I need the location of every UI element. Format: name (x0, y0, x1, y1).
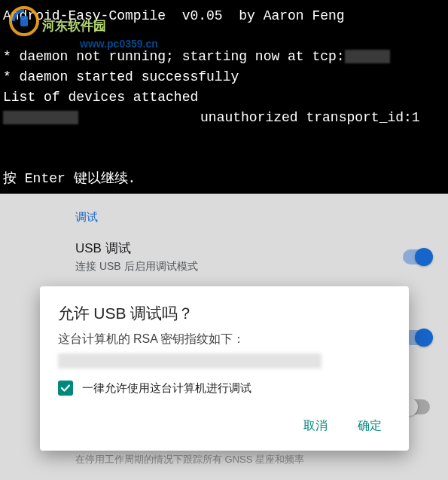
check-icon (60, 383, 71, 393)
always-allow-label: 一律允许使用这台计算机进行调试 (82, 381, 251, 396)
terminal-line: List of devices attached (3, 90, 198, 105)
watermark-text: 河东软件园 (42, 17, 106, 36)
svg-rect-1 (20, 16, 28, 26)
dialog-overlay: 允许 USB 调试吗？ 这台计算机的 RSA 密钥指纹如下： 一律允许使用这台计… (0, 194, 448, 480)
watermark-logo (9, 6, 39, 36)
terminal-line: unauthorized transport_id:1 (78, 110, 420, 125)
terminal-line: * daemon started successfully (3, 69, 239, 84)
dialog-actions: 取消 确定 (58, 409, 391, 442)
watermark-url: www.pc0359.cn (80, 36, 158, 52)
terminal-window: 河东软件园 www.pc0359.cn Android-Easy-Compile… (0, 0, 448, 194)
redacted-port (345, 50, 390, 63)
android-settings: 调试 USB 调试 连接 USB 后启用调试模式 撤消 USB 调试授权 在停用… (0, 194, 448, 480)
terminal-prompt: 按 Enter 键以继续. (3, 171, 136, 186)
cancel-button[interactable]: 取消 (300, 414, 331, 439)
rsa-fingerprint-redacted (58, 353, 322, 368)
terminal-line: * daemon not running; starting now at tc… (3, 49, 345, 64)
dialog-body: 这台计算机的 RSA 密钥指纹如下： (58, 332, 391, 347)
always-allow-row[interactable]: 一律允许使用这台计算机进行调试 (58, 381, 391, 396)
redacted-device (3, 111, 78, 124)
dialog-title: 允许 USB 调试吗？ (58, 303, 391, 324)
always-allow-checkbox[interactable] (58, 381, 73, 396)
usb-debug-dialog: 允许 USB 调试吗？ 这台计算机的 RSA 密钥指纹如下： 一律允许使用这台计… (40, 286, 409, 451)
ok-button[interactable]: 确定 (355, 414, 385, 439)
